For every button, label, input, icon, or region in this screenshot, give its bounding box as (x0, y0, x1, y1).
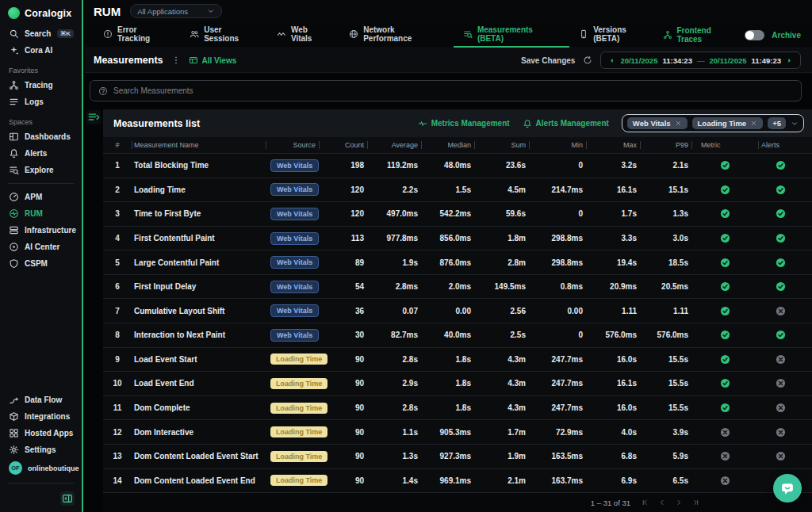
frontend-traces-link[interactable]: Frontend Traces (663, 26, 737, 44)
sidebar-item-data-flow[interactable]: Data Flow (0, 392, 82, 408)
first-page-icon[interactable] (642, 499, 649, 506)
more-options-icon[interactable] (171, 55, 181, 65)
archive-toggle[interactable] (745, 30, 765, 40)
tab-network-performance[interactable]: Network Performance (339, 22, 454, 48)
alerts-status-cell[interactable] (758, 258, 812, 268)
col-number[interactable]: # (103, 137, 132, 153)
table-row[interactable]: 11 Dom Complete Loading Time 90 2.8s 1.8… (103, 395, 812, 420)
sidebar-item-search[interactable]: Search ⌘K (0, 25, 82, 42)
metric-status-cell[interactable] (691, 233, 758, 243)
table-row[interactable]: 1 Total Blocking Time Web Vitals 198 119… (103, 154, 812, 178)
table-row[interactable]: 6 First Input Delay Web Vitals 54 2.8ms … (103, 274, 812, 299)
active-filters[interactable]: Web Vitals Loading Time +5 (622, 114, 804, 132)
alerts-status-cell[interactable] (758, 330, 812, 340)
col-sum[interactable]: Sum (474, 137, 529, 153)
previous-page-icon[interactable] (658, 499, 666, 506)
metric-status-cell[interactable] (691, 258, 758, 268)
table-row[interactable]: 5 Large Contentful Paint Web Vitals 89 1… (103, 250, 812, 274)
sidebar-item-explore[interactable]: Explore (0, 162, 82, 178)
table-row[interactable]: 14 Dom Content Loaded Event End Loading … (103, 468, 812, 493)
tab-web-vitals[interactable]: Web Vitals (267, 22, 339, 48)
metric-status-cell[interactable] (691, 281, 758, 292)
sidebar-item-infrastructure[interactable]: Infrastructure (0, 222, 82, 239)
next-page-icon[interactable] (675, 499, 683, 506)
alerts-status-cell[interactable] (758, 427, 812, 437)
sidebar-item-cspm[interactable]: CSPM (0, 255, 82, 272)
sidebar-item-logs[interactable]: Logs (0, 94, 82, 110)
alerts-status-cell[interactable] (758, 281, 812, 292)
table-row[interactable]: 13 Dom Content Loaded Event Start Loadin… (103, 444, 812, 468)
metric-status-cell[interactable] (691, 476, 758, 486)
tab-versions-beta[interactable]: Versions (BETA) (569, 22, 663, 48)
metric-status-cell[interactable] (691, 185, 758, 195)
metric-status-cell[interactable] (691, 378, 758, 388)
alerts-status-cell[interactable] (758, 403, 812, 413)
filters-more-chip[interactable]: +5 (768, 117, 786, 129)
date-range-picker[interactable]: 20/11/2025 11:34:23 — 20/11/2025 11:49:2… (600, 52, 801, 69)
tab-error-tracking[interactable]: Error Tracking (94, 22, 180, 48)
alerts-management-button[interactable]: Alerts Management (523, 119, 609, 128)
metric-status-cell[interactable] (691, 330, 758, 340)
col-min[interactable]: Min (529, 137, 586, 153)
table-row[interactable]: 12 Dom Interactive Loading Time 90 1.1s … (103, 419, 812, 444)
alerts-status-cell[interactable] (758, 354, 812, 365)
application-selector[interactable]: All Applications (130, 4, 222, 18)
remove-filter-icon[interactable] (675, 120, 682, 127)
col-measurement-name[interactable]: Measurement Name (132, 137, 266, 153)
col-metric[interactable]: Metric (691, 137, 758, 153)
col-count[interactable]: Count (319, 137, 367, 153)
alerts-status-cell[interactable] (758, 208, 812, 219)
sidebar-item-tracing[interactable]: Tracing (0, 77, 82, 94)
table-row[interactable]: 8 Interaction to Next Paint Web Vitals 3… (103, 323, 812, 347)
range-forward-icon[interactable] (786, 57, 793, 64)
metric-status-cell[interactable] (691, 306, 758, 316)
sidebar-item-dashboards[interactable]: Dashboards (0, 128, 82, 145)
account-switcher[interactable]: OF onlineboutique (0, 458, 82, 478)
tab-measurements-beta[interactable]: Measurements (BETA) (454, 22, 569, 48)
col-source[interactable]: Source (266, 137, 319, 153)
sidebar-item-integrations[interactable]: Integrations (0, 408, 82, 425)
alerts-status-cell[interactable] (758, 185, 812, 195)
table-row[interactable]: 4 First Contentful Paint Web Vitals 113 … (103, 226, 812, 250)
metric-status-cell[interactable] (691, 160, 758, 170)
metrics-management-button[interactable]: Metrics Management (418, 119, 510, 128)
sidebar-item-settings[interactable]: Settings (0, 441, 82, 458)
alerts-status-cell[interactable] (758, 451, 812, 461)
table-row[interactable]: 10 Load Event End Loading Time 90 2.9s 1… (103, 371, 812, 395)
metric-status-cell[interactable] (691, 354, 758, 365)
col-max[interactable]: Max (586, 137, 640, 153)
alerts-status-cell[interactable] (758, 378, 812, 388)
remove-filter-icon[interactable] (750, 120, 757, 127)
expand-panel-icon[interactable] (86, 110, 101, 124)
all-views-button[interactable]: All Views (189, 55, 237, 65)
sidebar-item-apm[interactable]: APM (0, 189, 82, 205)
metric-status-cell[interactable] (691, 208, 758, 219)
metric-status-cell[interactable] (691, 451, 758, 461)
filters-expand-icon[interactable] (791, 120, 799, 128)
col-alerts[interactable]: Alerts (758, 137, 812, 153)
table-row[interactable]: 3 Time to First Byte Web Vitals 120 497.… (103, 201, 812, 226)
sidebar-item-hosted-apps[interactable]: Hosted Apps (0, 425, 82, 441)
coralogix-logo[interactable]: Coralogix (0, 0, 82, 25)
last-page-icon[interactable] (691, 499, 699, 506)
table-row[interactable]: 2 Loading Time Web Vitals 120 2.2s 1.5s … (103, 178, 812, 202)
sidebar-item-rum[interactable]: RUM (0, 205, 82, 222)
metric-status-cell[interactable] (691, 427, 758, 437)
search-input[interactable] (113, 86, 793, 95)
sidebar-item-alerts[interactable]: Alerts (0, 145, 82, 162)
alerts-status-cell[interactable] (758, 160, 812, 170)
tab-user-sessions[interactable]: User Sessions (180, 22, 267, 48)
sidebar-item-ai-center[interactable]: AI Center (0, 239, 82, 255)
col-average[interactable]: Average (367, 137, 421, 153)
undo-icon[interactable] (583, 55, 592, 65)
alerts-status-cell[interactable] (758, 233, 812, 243)
sidebar-collapse-icon[interactable] (60, 491, 75, 506)
table-row[interactable]: 7 Cumulative Layout Shift Web Vitals 36 … (103, 298, 812, 323)
alerts-status-cell[interactable] (758, 306, 812, 316)
chat-widget-button[interactable] (773, 474, 802, 502)
col-median[interactable]: Median (421, 137, 474, 153)
range-back-icon[interactable] (608, 57, 615, 64)
sidebar-item-cora-ai[interactable]: Cora AI (0, 42, 82, 59)
metric-status-cell[interactable] (691, 403, 758, 413)
table-row[interactable]: 9 Load Event Start Loading Time 90 2.8s … (103, 347, 812, 372)
